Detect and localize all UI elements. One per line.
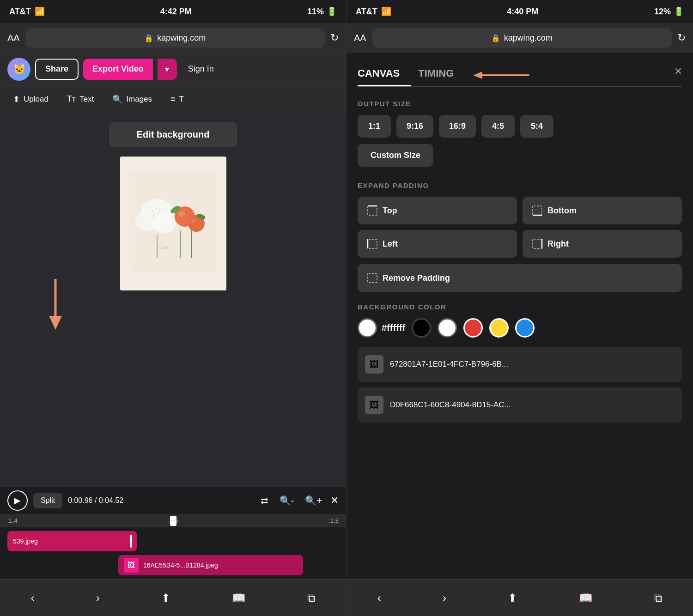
avatar-btn[interactable]: 🐱 [7, 58, 30, 81]
battery-icon-right: 🔋 [674, 6, 684, 17]
padding-right-button[interactable]: Right [523, 230, 682, 258]
svg-point-14 [151, 210, 154, 212]
hex-value-text: #ffffff [382, 323, 405, 333]
padding-top-label: Top [383, 206, 397, 216]
edit-background-button[interactable]: Edit background [109, 122, 237, 147]
scrubber-handle[interactable]: ··· [170, 516, 176, 526]
size-16-9-button[interactable]: 16:9 [439, 115, 476, 138]
timecode-display: 0:00.96 / 0:04.52 [68, 496, 252, 505]
timeline-controls: ▶ Split 0:00.96 / 0:04.52 ⇄ 🔍- 🔍+ ✕ [0, 487, 346, 514]
svg-rect-28 [368, 239, 377, 248]
svg-point-11 [190, 218, 196, 223]
image-entry-2[interactable]: 🖼 D0F668C1-60C8-4904-8D15-AC... [358, 387, 682, 423]
play-button[interactable]: ▶ [7, 490, 28, 511]
timing-tab[interactable]: TIMING [418, 64, 465, 86]
track-2-label: 16AE55B4-5...B1284.jpeg [143, 562, 218, 569]
custom-size-button[interactable]: Custom Size [358, 144, 433, 167]
battery-right: 12% 🔋 [654, 6, 684, 17]
refresh-btn-left[interactable]: ↻ [330, 32, 339, 44]
bookmarks-button-right[interactable]: 📖 [570, 587, 602, 609]
size-5-4-button[interactable]: 5:4 [520, 115, 553, 138]
tabs-row: CANVAS TIMING [358, 64, 682, 87]
color-swatch-red[interactable] [463, 318, 483, 338]
color-swatch-black[interactable] [412, 318, 431, 338]
wifi-icon-right: 📶 [381, 6, 391, 17]
image-entry-1-label: 672801A7-1E01-4FC7-B796-6B... [390, 360, 508, 369]
left-panel: AT&T 📶 4:42 PM 11% 🔋 AA 🔒 kapwing.com ↻ … [0, 0, 346, 616]
track-1-marker [130, 535, 132, 548]
forward-button-right[interactable]: › [433, 587, 456, 609]
size-9-16-button[interactable]: 9:16 [396, 115, 433, 138]
timeline-scrubber[interactable]: :1.4 :1.6 :1.8 ··· [0, 514, 346, 527]
bookmarks-button-left[interactable]: 📖 [223, 587, 255, 609]
background-color-label: BACKGROUND COLOR [358, 303, 682, 311]
export-video-button[interactable]: Export Video [83, 59, 153, 80]
padding-right-label: Right [547, 239, 569, 249]
text-button[interactable]: Tт Text [61, 91, 99, 108]
browser-bar-left: AA 🔒 kapwing.com ↻ [0, 23, 346, 53]
canvas-area: Edit background [0, 113, 346, 487]
swap-button[interactable]: ⇄ [258, 492, 271, 509]
image-entry-1[interactable]: 🖼 672801A7-1E01-4FC7-B796-6B... [358, 347, 682, 382]
color-swatch-white[interactable] [438, 318, 457, 338]
zoom-in-button[interactable]: 🔍+ [302, 492, 325, 509]
padding-left-label: Left [383, 239, 398, 249]
right-panel: AT&T 📶 4:40 PM 12% 🔋 AA 🔒 kapwing.com ↻ … [346, 0, 693, 616]
url-text-left: kapwing.com [157, 33, 206, 43]
color-swatch-blue[interactable] [515, 318, 535, 338]
size-1-1-button[interactable]: 1:1 [358, 115, 391, 138]
track-item-1[interactable]: 539.jpeg [7, 531, 137, 551]
remove-padding-label: Remove Padding [383, 273, 450, 283]
hex-color-display[interactable]: #ffffff [358, 318, 405, 338]
share-button[interactable]: Share [35, 59, 79, 80]
back-button-right[interactable]: ‹ [368, 587, 390, 609]
color-swatch-yellow[interactable] [489, 318, 509, 338]
url-bar-left[interactable]: 🔒 kapwing.com [25, 28, 325, 48]
padding-left-button[interactable]: Left [358, 230, 517, 258]
refresh-btn-right[interactable]: ↻ [677, 32, 686, 44]
aa-left[interactable]: AA [7, 33, 20, 43]
svg-point-10 [178, 211, 185, 217]
remove-padding-button[interactable]: Remove Padding [358, 264, 682, 292]
padding-grid: Top Bottom Left [358, 197, 682, 258]
output-size-label: OUTPUT SIZE [358, 100, 682, 108]
export-chevron-button[interactable]: ▾ [158, 59, 177, 80]
tabs-container: CANVAS TIMING × [358, 64, 682, 87]
split-button[interactable]: Split [33, 493, 62, 508]
svg-marker-21 [49, 316, 62, 330]
padding-bottom-button[interactable]: Bottom [523, 197, 682, 224]
share-nav-button-right[interactable]: ⬆ [498, 587, 526, 609]
size-4-5-button[interactable]: 4:5 [481, 115, 515, 138]
svg-point-4 [152, 214, 176, 233]
url-bar-right[interactable]: 🔒 kapwing.com [372, 28, 672, 48]
tabs-button-right[interactable]: ⧉ [645, 587, 671, 609]
expand-padding-label: EXPAND PADDING [358, 181, 682, 189]
more-tools-button[interactable]: ≡ T [165, 91, 189, 108]
close-panel-button[interactable]: × [675, 64, 682, 79]
wifi-icon-left: 📶 [35, 6, 45, 17]
track-1-label: 539.jpeg [13, 537, 38, 545]
battery-icon-left: 🔋 [327, 6, 337, 17]
track-item-2[interactable]: 🖼 16AE55B4-5...B1284.jpeg [118, 555, 303, 575]
text-icon: Tт [67, 94, 76, 104]
canvas-preview: floral [120, 157, 226, 290]
canvas-tab[interactable]: CANVAS [358, 64, 411, 86]
text-label: Text [79, 95, 94, 104]
share-nav-button-left[interactable]: ⬆ [152, 587, 180, 609]
timeline-close-button[interactable]: ✕ [330, 495, 339, 507]
aa-right[interactable]: AA [354, 33, 366, 43]
upload-icon: ⬆ [13, 94, 20, 104]
images-label: Images [126, 95, 152, 104]
more-icon: ≡ [170, 94, 176, 104]
padding-top-button[interactable]: Top [358, 197, 517, 224]
sign-in-button[interactable]: Sign In [182, 59, 220, 80]
image-thumb-2: 🖼 [365, 396, 383, 414]
zoom-out-button[interactable]: 🔍- [277, 492, 297, 509]
upload-button[interactable]: ⬆ Upload [7, 91, 54, 108]
forward-button-left[interactable]: › [87, 587, 109, 609]
back-button-left[interactable]: ‹ [22, 587, 44, 609]
bottom-nav-right: ‹ › ⬆ 📖 ⧉ [346, 579, 693, 616]
images-button[interactable]: 🔍 Images [107, 91, 158, 108]
svg-rect-24 [368, 206, 377, 215]
tabs-button-left[interactable]: ⧉ [298, 587, 324, 609]
